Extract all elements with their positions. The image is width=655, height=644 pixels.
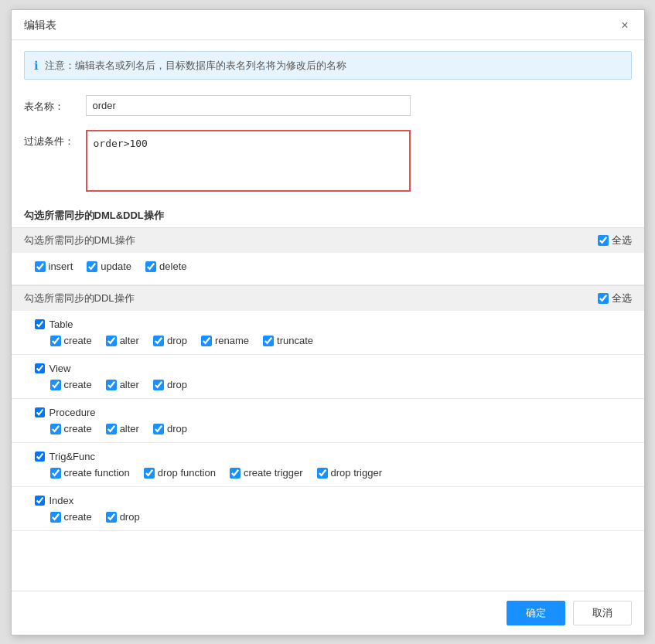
ddl-header-label: 勾选所需同步的DDL操作 (24, 291, 135, 305)
dml-delete-item[interactable]: delete (145, 261, 186, 272)
ddl-trigfunc-ops-row: create function drop function create tri… (35, 467, 632, 479)
table-truncate-item[interactable]: truncate (263, 335, 313, 346)
dml-insert-item[interactable]: insert (35, 261, 73, 272)
view-create-checkbox[interactable] (50, 380, 61, 390)
ddl-trigfunc-label: Trig&Func (49, 451, 95, 462)
view-drop-item[interactable]: drop (153, 379, 187, 390)
dml-group-header: 勾选所需同步的DML操作 全选 (12, 227, 644, 253)
table-drop-item[interactable]: drop (153, 335, 187, 346)
idx-create-label: create (64, 511, 92, 523)
close-button[interactable]: × (618, 18, 631, 33)
table-create-label: create (64, 335, 92, 346)
view-alter-checkbox[interactable] (106, 380, 117, 390)
view-alter-item[interactable]: alter (106, 379, 139, 390)
ddl-index-label: Index (49, 495, 74, 506)
dml-delete-label: delete (159, 261, 186, 272)
ddl-table-group-body: Table create alter drop (12, 311, 644, 355)
ddl-index-ops-row: create drop (35, 511, 632, 523)
dml-ddl-section-title: 勾选所需同步的DML&DDL操作 (12, 201, 644, 227)
tf-create-trigger-checkbox[interactable] (230, 468, 241, 479)
proc-create-item[interactable]: create (50, 423, 92, 434)
view-alter-label: alter (120, 379, 139, 390)
table-name-input[interactable] (86, 95, 411, 116)
tf-drop-function-item[interactable]: drop function (144, 467, 216, 479)
tf-drop-trigger-item[interactable]: drop trigger (317, 467, 382, 479)
cancel-button[interactable]: 取消 (573, 601, 632, 625)
ddl-trigfunc-group-body: Trig&Func create function drop function … (12, 443, 644, 487)
table-create-item[interactable]: create (50, 335, 92, 346)
idx-drop-label: drop (120, 511, 140, 523)
idx-create-item[interactable]: create (50, 511, 92, 523)
view-drop-checkbox[interactable] (153, 380, 164, 390)
dml-delete-checkbox[interactable] (145, 261, 156, 272)
table-alter-item[interactable]: alter (106, 335, 139, 346)
dml-update-item[interactable]: update (87, 261, 131, 272)
dml-group-body: insert update delete (12, 253, 644, 285)
dml-insert-label: insert (49, 261, 73, 272)
bottom-spacer (12, 531, 644, 547)
proc-drop-label: drop (167, 423, 187, 434)
table-rename-item[interactable]: rename (201, 335, 249, 346)
dml-select-all-item[interactable]: 全选 (598, 233, 632, 247)
info-icon: ℹ (34, 59, 39, 73)
tf-create-trigger-label: create trigger (244, 467, 303, 479)
table-truncate-label: truncate (277, 335, 313, 346)
table-drop-label: drop (167, 335, 187, 346)
ddl-table-category-row: Table (35, 319, 632, 330)
ddl-table-checkbox[interactable] (35, 319, 45, 329)
notice-bar: ℹ 注意：编辑表名或列名后，目标数据库的表名列名将为修改后的名称 (24, 51, 632, 80)
idx-create-checkbox[interactable] (50, 512, 61, 523)
table-create-checkbox[interactable] (50, 336, 61, 346)
tf-create-function-label: create function (64, 467, 130, 479)
ddl-procedure-group-body: Procedure create alter drop (12, 399, 644, 443)
proc-alter-label: alter (120, 423, 139, 434)
view-create-item[interactable]: create (50, 379, 92, 390)
proc-alter-item[interactable]: alter (106, 423, 139, 434)
dml-update-checkbox[interactable] (87, 261, 97, 272)
table-drop-checkbox[interactable] (153, 336, 164, 346)
confirm-button[interactable]: 确定 (507, 601, 565, 625)
dml-update-label: update (101, 261, 131, 272)
ddl-procedure-ops-row: create alter drop (35, 423, 632, 434)
dml-select-all-checkbox[interactable] (598, 235, 609, 246)
table-name-row: 表名称： (12, 90, 644, 121)
table-alter-label: alter (120, 335, 139, 346)
dialog-footer: 确定 取消 (12, 591, 644, 635)
dialog-title: 编辑表 (24, 19, 56, 32)
tf-drop-trigger-label: drop trigger (331, 467, 382, 479)
table-name-label: 表名称： (24, 95, 86, 114)
ddl-trigfunc-category-row: Trig&Func (35, 451, 632, 462)
proc-alter-checkbox[interactable] (106, 424, 117, 434)
proc-create-checkbox[interactable] (50, 424, 61, 434)
proc-create-label: create (64, 423, 92, 434)
dml-select-all-label[interactable]: 全选 (612, 233, 632, 247)
ddl-table-label: Table (49, 319, 73, 330)
table-truncate-checkbox[interactable] (263, 336, 274, 346)
ddl-group: 勾选所需同步的DDL操作 全选 Table create (12, 285, 644, 531)
idx-drop-item[interactable]: drop (106, 511, 140, 523)
ddl-view-checkbox[interactable] (35, 363, 45, 373)
proc-drop-item[interactable]: drop (153, 423, 187, 434)
ddl-select-all-label[interactable]: 全选 (612, 291, 632, 305)
proc-drop-checkbox[interactable] (153, 424, 164, 434)
dml-ops-row: insert update delete (35, 261, 632, 272)
ddl-select-all-checkbox[interactable] (598, 293, 609, 304)
table-alter-checkbox[interactable] (106, 336, 117, 346)
tf-drop-function-checkbox[interactable] (144, 468, 155, 479)
ddl-select-all-item[interactable]: 全选 (598, 291, 632, 305)
dml-group: 勾选所需同步的DML操作 全选 insert update (12, 227, 644, 285)
table-rename-checkbox[interactable] (201, 336, 212, 346)
ddl-procedure-checkbox[interactable] (35, 407, 45, 417)
tf-create-function-item[interactable]: create function (50, 467, 130, 479)
dml-insert-checkbox[interactable] (35, 261, 46, 272)
ddl-index-checkbox[interactable] (35, 496, 45, 506)
filter-input[interactable]: order>100 (86, 130, 411, 192)
tf-create-trigger-item[interactable]: create trigger (230, 467, 303, 479)
ddl-index-category-row: Index (35, 495, 632, 506)
tf-create-function-checkbox[interactable] (50, 468, 61, 479)
tf-drop-trigger-checkbox[interactable] (317, 468, 328, 479)
dialog-body: ℹ 注意：编辑表名或列名后，目标数据库的表名列名将为修改后的名称 表名称： 过滤… (12, 40, 644, 591)
idx-drop-checkbox[interactable] (106, 512, 117, 523)
ddl-trigfunc-checkbox[interactable] (35, 451, 45, 462)
edit-table-dialog: 编辑表 × ℹ 注意：编辑表名或列名后，目标数据库的表名列名将为修改后的名称 表… (11, 9, 645, 635)
